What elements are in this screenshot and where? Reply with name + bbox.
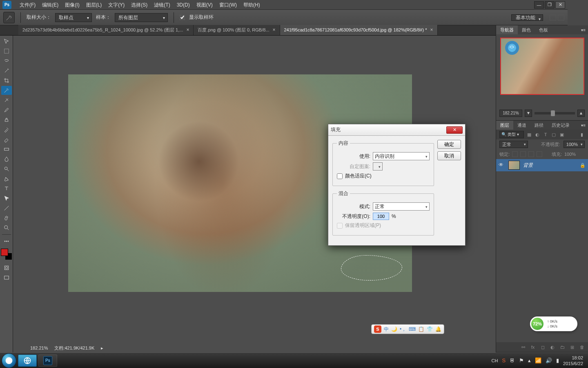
ime-item[interactable]: ⌨ [409, 326, 416, 332]
menu-window[interactable]: 窗口(W) [216, 0, 240, 10]
color-swatches[interactable] [1, 249, 12, 260]
ime-item[interactable]: 中 [384, 326, 389, 333]
status-arrow-icon[interactable]: ▸ [101, 346, 103, 351]
adjustment-icon[interactable]: ◐ [550, 345, 555, 350]
screen-mode-icon[interactable] [1, 273, 12, 282]
ime-item[interactable]: 🔔 [435, 326, 441, 332]
show-sampling-ring-checkbox[interactable] [180, 15, 185, 20]
window-close-button[interactable]: ✕ [555, 1, 565, 9]
ok-button[interactable]: 确定 [437, 140, 461, 149]
lasso-tool[interactable] [1, 56, 12, 65]
menu-help[interactable]: 帮助(H) [240, 0, 263, 10]
gradient-tool[interactable] [1, 145, 12, 154]
clone-stamp-tool[interactable] [1, 115, 12, 124]
window-minimize-button[interactable]: — [534, 1, 544, 9]
ime-item[interactable]: •， [400, 326, 406, 333]
dialog-opacity-input[interactable] [373, 213, 389, 220]
taskbar-clock[interactable]: 18:02 2015/6/22 [563, 355, 568, 355]
filter-type-icon[interactable]: T [543, 132, 548, 137]
path-selection-tool[interactable] [1, 194, 12, 203]
mask-icon[interactable]: ◻ [540, 345, 546, 350]
tab-close-icon[interactable]: × [272, 25, 275, 35]
navigator-zoom-value[interactable]: 182.21% [499, 110, 522, 117]
layers-tab[interactable]: 图层 [496, 121, 513, 130]
layer-name[interactable]: 背景 [523, 162, 568, 169]
sample-size-dropdown[interactable]: 取样点 [55, 13, 92, 22]
paths-tab[interactable]: 路径 [530, 121, 548, 130]
layer-visibility-icon[interactable]: 👁 [499, 162, 505, 168]
filter-adjust-icon[interactable]: ◐ [535, 132, 540, 137]
ime-toolbar[interactable]: S 中 🌙 •， ⌨ 📋 👕 🔔 [371, 324, 444, 334]
lock-position-icon[interactable] [528, 151, 534, 157]
line-tool[interactable] [1, 204, 12, 213]
eraser-tool[interactable] [1, 135, 12, 144]
use-dropdown[interactable]: 内容识别 [373, 152, 430, 160]
expand-icon[interactable] [550, 15, 556, 20]
menu-layer[interactable]: 图层(L) [83, 0, 105, 10]
magic-wand-tool[interactable] [1, 66, 12, 75]
menu-file[interactable]: 文件(F) [16, 0, 39, 10]
zoom-readout[interactable]: 182.21% [30, 346, 48, 350]
menu-3d[interactable]: 3D(D) [174, 0, 193, 10]
quick-mask-icon[interactable] [1, 263, 12, 272]
move-tool[interactable] [1, 37, 12, 46]
workspace-switcher[interactable]: 基本功能 [511, 14, 543, 21]
lock-all-icon[interactable] [537, 151, 542, 157]
layer-row[interactable]: 👁 背景 🔒 [496, 159, 568, 171]
sogou-logo-icon[interactable]: S [374, 325, 381, 333]
filter-shape-icon[interactable]: ▢ [551, 132, 557, 137]
doc-info-readout[interactable]: 文档:421.9K/421.9K [54, 345, 94, 351]
network-speed-widget[interactable]: 72% ↑ 0K/s ↓ 0K/s [532, 316, 568, 331]
menu-image[interactable]: 图像(I) [62, 0, 82, 10]
dodge-tool[interactable] [1, 164, 12, 173]
eyedropper-tool[interactable] [1, 86, 12, 95]
current-tool-icon[interactable] [3, 12, 15, 23]
color-adapt-checkbox[interactable] [337, 173, 343, 179]
color-tab[interactable]: 颜色 [518, 25, 535, 34]
link-layers-icon[interactable]: ⚯ [520, 345, 526, 350]
menu-type[interactable]: 文字(Y) [105, 0, 128, 10]
marquee-tool[interactable] [1, 47, 12, 56]
tab-close-icon[interactable]: × [186, 25, 189, 35]
cancel-button[interactable]: 取消 [437, 151, 461, 160]
lock-pixels-icon[interactable] [520, 151, 526, 157]
healing-brush-tool[interactable] [1, 96, 12, 105]
ime-item[interactable]: 🌙 [391, 326, 397, 332]
brush-tool[interactable] [1, 105, 12, 114]
history-brush-tool[interactable] [1, 125, 12, 134]
taskbar-browser-button[interactable] [18, 355, 37, 355]
history-tab[interactable]: 历史记录 [548, 121, 568, 130]
blur-tool[interactable] [1, 155, 12, 164]
dialog-titlebar[interactable]: 填充 ✕ [328, 124, 465, 136]
hand-tool[interactable] [1, 213, 12, 222]
document-tab[interactable]: 241f95cad1c8a786712081af6309c93d70cf500d… [280, 25, 438, 35]
tab-close-icon[interactable]: × [430, 25, 433, 35]
navigator-thumbnail[interactable]: ⌔ [500, 38, 568, 95]
foreground-color[interactable] [1, 249, 8, 256]
document-tab[interactable]: 2d2357b73d9b4b6bbebd1d0226ea75b5_R_1024_… [18, 25, 194, 35]
menu-view[interactable]: 视图(V) [193, 0, 216, 10]
type-tool[interactable] [1, 184, 12, 193]
menu-edit[interactable]: 编辑(E) [39, 0, 62, 10]
taskbar-photoshop-button[interactable]: Ps [38, 355, 57, 355]
channels-tab[interactable]: 通道 [513, 121, 530, 130]
zoom-slider[interactable] [535, 112, 568, 114]
pen-tool[interactable] [1, 174, 12, 183]
fill-dropdown[interactable]: 100% [564, 152, 568, 157]
layer-thumbnail[interactable] [508, 161, 520, 170]
filter-smart-icon[interactable]: ▣ [559, 132, 565, 137]
mode-dropdown[interactable]: 正常 [373, 202, 430, 211]
swatches-tab[interactable]: 色板 [535, 25, 552, 34]
dialog-close-button[interactable]: ✕ [446, 126, 463, 134]
zoom-tool[interactable] [1, 223, 12, 232]
lock-transparency-icon[interactable] [512, 151, 518, 157]
sample-dropdown[interactable]: 所有图层 [115, 13, 168, 22]
layer-filter-kind[interactable]: 🔍 类型 ▾ [499, 131, 524, 138]
zoom-out-button[interactable]: ▾ [525, 110, 532, 117]
navigator-tab[interactable]: 导航器 [496, 25, 518, 34]
ime-item[interactable]: 👕 [427, 326, 433, 332]
expand-icon[interactable] [558, 15, 564, 20]
filter-pixel-icon[interactable]: ▦ [526, 132, 532, 137]
window-restore-button[interactable]: ❐ [545, 1, 555, 9]
fx-icon[interactable]: fx [530, 345, 536, 350]
